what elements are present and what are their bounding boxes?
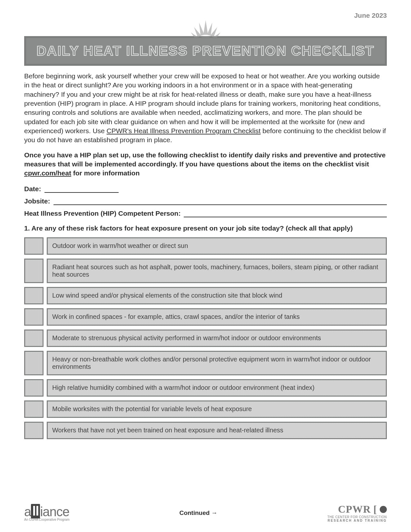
risk-factor-label: Heavy or non-breathable work clothes and… bbox=[47, 351, 387, 375]
list-item: Mobile worksites with the potential for … bbox=[24, 400, 387, 418]
sun-icon bbox=[24, 12, 387, 37]
checkbox[interactable] bbox=[24, 330, 44, 347]
hip-program-checklist-link[interactable]: CPWR's Heat Illness Prevention Program C… bbox=[107, 127, 261, 134]
list-item: Work in confined spaces - for example, a… bbox=[24, 308, 387, 326]
intro-text-before: Before beginning work, ask yourself whet… bbox=[24, 72, 381, 134]
list-item: High relative humidity combined with a w… bbox=[24, 379, 387, 397]
bracket-icon: [ bbox=[373, 503, 377, 515]
cpwr-sub1: THE CENTER FOR CONSTRUCTION bbox=[327, 515, 387, 519]
instruction-after: for more information bbox=[71, 169, 140, 177]
page-title: DAILY HEAT ILLNESS PREVENTION CHECKLIST bbox=[29, 43, 382, 59]
checkbox[interactable] bbox=[24, 308, 44, 326]
hip-person-input-line[interactable] bbox=[184, 210, 387, 217]
jobsite-label: Jobsite: bbox=[24, 197, 50, 205]
cpwr-logo: CPWR [ THE CENTER FOR CONSTRUCTION RESEA… bbox=[327, 503, 387, 522]
risk-factor-label: Low wind speed and/or physical elements … bbox=[47, 287, 387, 304]
svg-marker-1 bbox=[203, 20, 208, 35]
risk-factor-label: Work in confined spaces - for example, a… bbox=[47, 308, 387, 326]
list-item: Outdoor work in warm/hot weather or dire… bbox=[24, 237, 387, 255]
risk-factor-label: Mobile worksites with the potential for … bbox=[47, 400, 387, 418]
checkbox[interactable] bbox=[24, 287, 44, 304]
checkbox[interactable] bbox=[24, 259, 44, 283]
date-field-row: Date: bbox=[24, 185, 387, 193]
risk-factor-label: Radiant heat sources such as hot asphalt… bbox=[47, 259, 387, 283]
list-item: Heavy or non-breathable work clothes and… bbox=[24, 351, 387, 375]
date-label: Date: bbox=[24, 185, 41, 193]
checkbox[interactable] bbox=[24, 422, 44, 439]
page-footer: all★iance An OSHA Cooperative Program Co… bbox=[24, 503, 387, 522]
list-item: Moderate to strenuous physical activity … bbox=[24, 330, 387, 347]
risk-factor-label: Moderate to strenuous physical activity … bbox=[47, 330, 387, 347]
intro-paragraph: Before beginning work, ask yourself whet… bbox=[24, 72, 387, 145]
dot-icon bbox=[380, 506, 387, 513]
list-item: Workers that have not yet been trained o… bbox=[24, 422, 387, 439]
continued-label: Continued → bbox=[179, 509, 217, 517]
checkbox[interactable] bbox=[24, 400, 44, 418]
checkbox[interactable] bbox=[24, 237, 44, 255]
cpwr-sub2: RESEARCH AND TRAINING bbox=[327, 519, 387, 522]
list-item: Low wind speed and/or physical elements … bbox=[24, 287, 387, 304]
instruction-paragraph: Once you have a HIP plan set up, use the… bbox=[24, 151, 387, 178]
question-1: 1. Are any of these risk factors for hea… bbox=[24, 224, 387, 232]
cpwr-heat-link[interactable]: cpwr.com/heat bbox=[24, 169, 71, 177]
checkbox[interactable] bbox=[24, 379, 44, 397]
date-input-line[interactable] bbox=[44, 185, 119, 193]
title-banner: DAILY HEAT ILLNESS PREVENTION CHECKLIST bbox=[24, 36, 387, 66]
risk-factor-label: High relative humidity combined with a w… bbox=[47, 379, 387, 397]
risk-factor-checklist: Outdoor work in warm/hot weather or dire… bbox=[24, 237, 387, 439]
jobsite-field-row: Jobsite: bbox=[24, 197, 387, 205]
risk-factor-label: Workers that have not yet been trained o… bbox=[47, 422, 387, 439]
hip-person-label: Heat Illness Prevention (HIP) Competent … bbox=[24, 210, 181, 217]
risk-factor-label: Outdoor work in warm/hot weather or dire… bbox=[47, 237, 387, 255]
jobsite-input-line[interactable] bbox=[54, 197, 387, 205]
alliance-logo: all★iance An OSHA Cooperative Program bbox=[24, 505, 70, 521]
instruction-before: Once you have a HIP plan set up, use the… bbox=[24, 151, 386, 168]
cpwr-text: CPWR bbox=[338, 503, 371, 515]
checkbox[interactable] bbox=[24, 351, 44, 375]
list-item: Radiant heat sources such as hot asphalt… bbox=[24, 259, 387, 283]
hip-person-field-row: Heat Illness Prevention (HIP) Competent … bbox=[24, 210, 387, 217]
